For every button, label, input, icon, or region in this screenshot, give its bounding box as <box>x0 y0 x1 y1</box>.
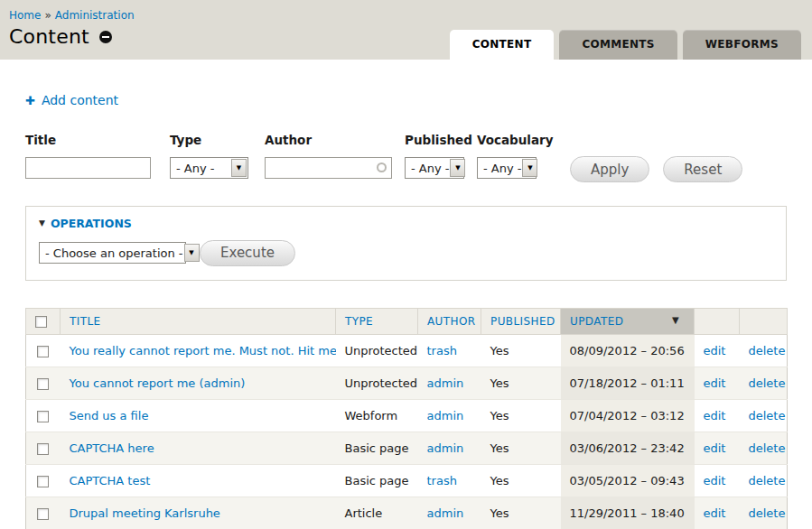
edit-link[interactable]: edit <box>704 344 726 357</box>
delete-link[interactable]: delete <box>749 441 786 455</box>
node-type: Unprotected <box>336 334 418 367</box>
breadcrumb-administration-link[interactable]: Administration <box>55 9 135 22</box>
operation-select[interactable]: - Choose an operation - ▼ <box>39 242 186 264</box>
edit-link[interactable]: edit <box>704 474 726 487</box>
sort-by-updated-link[interactable]: UPDATED <box>570 315 623 328</box>
delete-link[interactable]: delete <box>749 506 786 520</box>
chevron-down-icon: ▼ <box>522 159 537 177</box>
vocabulary-filter-value: - Any - <box>483 162 521 175</box>
node-type: Basic page <box>336 464 418 497</box>
edit-column-header <box>695 308 740 334</box>
type-filter-select[interactable]: - Any - ▼ <box>170 157 248 179</box>
node-updated: 08/09/2012 – 20:56 <box>561 334 695 367</box>
node-updated: 03/05/2012 – 09:43 <box>561 464 695 497</box>
node-title-link[interactable]: You really cannot report me. Must not. H… <box>70 344 336 357</box>
autocomplete-icon <box>377 162 387 172</box>
node-type: Basic page <box>336 432 418 464</box>
author-filter-input[interactable] <box>265 157 392 179</box>
operations-legend-label: OPERATIONS <box>51 217 132 230</box>
main-content: ✚ Add content Title Type - Any - ▼ Autho… <box>0 60 812 529</box>
tab-comments[interactable]: COMMENTS <box>559 30 677 60</box>
apply-button[interactable]: Apply <box>570 156 649 182</box>
node-author-link[interactable]: admin <box>427 441 464 455</box>
chevron-down-icon: ▼ <box>184 244 200 262</box>
row-checkbox[interactable] <box>37 346 49 357</box>
node-updated: 11/29/2011 – 18:40 <box>561 497 695 529</box>
row-checkbox[interactable] <box>37 411 49 422</box>
published-filter-value: - Any - <box>411 162 449 175</box>
node-updated: 03/06/2012 – 23:42 <box>561 432 695 464</box>
edit-link[interactable]: edit <box>704 506 726 520</box>
add-content-link[interactable]: ✚ Add content <box>25 93 118 107</box>
reset-button[interactable]: Reset <box>663 156 742 182</box>
node-author-link[interactable]: admin <box>427 506 464 520</box>
node-title-link[interactable]: Send us a file <box>70 409 149 422</box>
edit-link[interactable]: edit <box>704 441 726 455</box>
select-all-checkbox[interactable] <box>35 316 47 328</box>
primary-tabs: CONTENT COMMENTS WEBFORMS <box>450 30 801 60</box>
node-published: Yes <box>481 497 561 529</box>
table-row: CAPTCHA here Basic page admin Yes 03/06/… <box>26 432 788 464</box>
collapse-triangle-icon: ▼ <box>39 218 45 227</box>
published-filter-label: Published <box>405 133 477 147</box>
node-updated: 07/04/2012 – 03:12 <box>561 399 695 432</box>
sort-desc-icon[interactable]: ▼ <box>672 315 679 325</box>
delete-link[interactable]: delete <box>749 474 786 487</box>
chevron-down-icon: ▼ <box>450 159 465 177</box>
edit-link[interactable]: edit <box>704 376 726 390</box>
row-checkbox[interactable] <box>37 476 49 487</box>
execute-button[interactable]: Execute <box>200 240 295 266</box>
operations-fieldset: ▼ OPERATIONS - Choose an operation - ▼ E… <box>25 206 787 281</box>
node-title-link[interactable]: Drupal meeting Karlsruhe <box>70 506 220 520</box>
node-type: Webform <box>336 399 418 432</box>
delete-link[interactable]: delete <box>749 376 786 390</box>
chevron-down-icon: ▼ <box>231 159 247 177</box>
tab-content[interactable]: CONTENT <box>450 30 555 60</box>
vocabulary-filter-label: Vocabulary <box>477 133 555 147</box>
node-published: Yes <box>481 464 561 497</box>
row-checkbox[interactable] <box>37 443 49 455</box>
add-content-label: Add content <box>42 93 118 107</box>
node-title-link[interactable]: CAPTCHA here <box>70 441 154 455</box>
published-filter-select[interactable]: - Any - ▼ <box>405 157 464 179</box>
breadcrumb-separator: » <box>44 9 51 22</box>
sort-by-author-link[interactable]: AUTHOR <box>427 315 476 328</box>
node-title-link[interactable]: You cannot report me (admin) <box>70 376 246 390</box>
node-published: Yes <box>481 432 561 464</box>
plus-icon: ✚ <box>25 94 35 107</box>
node-author-link[interactable]: admin <box>427 376 464 390</box>
node-published: Yes <box>481 399 561 432</box>
node-author-link[interactable]: admin <box>427 409 464 422</box>
tab-webforms[interactable]: WEBFORMS <box>683 30 801 60</box>
row-checkbox[interactable] <box>37 508 49 520</box>
operation-select-value: - Choose an operation - <box>45 246 183 260</box>
delete-column-header <box>740 308 788 334</box>
node-type: Unprotected <box>336 367 418 399</box>
page-header: Home»Administration Content CONTENT COMM… <box>0 0 812 60</box>
filter-form: Title Type - Any - ▼ Author Published - … <box>25 133 787 182</box>
sort-by-published-link[interactable]: PUBLISHED <box>490 315 555 328</box>
node-updated: 07/18/2012 – 01:11 <box>561 367 695 399</box>
content-table: TITLE TYPE AUTHOR PUBLISHED ▼ UPDATED Yo… <box>25 308 788 529</box>
sort-by-type-link[interactable]: TYPE <box>345 315 373 328</box>
type-filter-value: - Any - <box>176 162 214 175</box>
row-checkbox[interactable] <box>37 378 49 390</box>
vocabulary-filter-select[interactable]: - Any - ▼ <box>477 157 537 179</box>
delete-link[interactable]: delete <box>749 409 786 422</box>
operations-legend[interactable]: ▼ OPERATIONS <box>39 217 132 230</box>
node-title-link[interactable]: CAPTCHA test <box>70 474 151 487</box>
hide-descriptions-icon[interactable] <box>99 31 112 43</box>
table-row: You cannot report me (admin) Unprotected… <box>26 367 788 399</box>
edit-link[interactable]: edit <box>704 409 726 422</box>
breadcrumb: Home»Administration <box>9 9 135 22</box>
table-header-row: TITLE TYPE AUTHOR PUBLISHED ▼ UPDATED <box>26 308 788 334</box>
sort-by-title-link[interactable]: TITLE <box>70 315 100 328</box>
delete-link[interactable]: delete <box>749 344 786 357</box>
title-filter-label: Title <box>25 133 170 147</box>
breadcrumb-home-link[interactable]: Home <box>9 9 41 22</box>
node-published: Yes <box>481 367 561 399</box>
node-author-link[interactable]: trash <box>427 474 457 487</box>
table-row: CAPTCHA test Basic page trash Yes 03/05/… <box>26 464 788 497</box>
node-author-link[interactable]: trash <box>427 344 457 357</box>
title-filter-input[interactable] <box>25 157 151 179</box>
